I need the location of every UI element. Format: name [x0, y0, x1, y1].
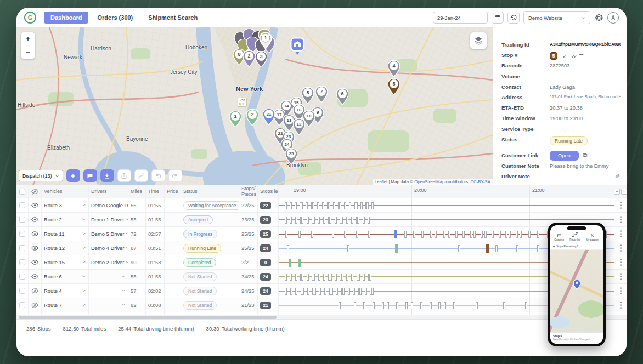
- vehicle-select[interactable]: Route 2: [42, 213, 89, 226]
- status-badge: Waiting for Acceptance: [183, 201, 239, 210]
- map-marker-1[interactable]: 1: [260, 32, 272, 51]
- driver-select[interactable]: [89, 284, 128, 298]
- row-menu-button[interactable]: [614, 241, 627, 255]
- attribution-link[interactable]: OpenStreetMap: [414, 179, 444, 184]
- history-button[interactable]: [507, 12, 520, 24]
- tab-orders[interactable]: Orders (300): [91, 12, 139, 24]
- driver-select[interactable]: Demo 1 Driver: [89, 213, 128, 226]
- eye-icon[interactable]: [31, 230, 38, 237]
- map-marker-5[interactable]: 5: [388, 78, 400, 97]
- vehicle-select[interactable]: Route 15: [42, 255, 89, 269]
- row-checkbox[interactable]: [19, 245, 25, 251]
- eye-icon[interactable]: [31, 259, 38, 266]
- eye-icon[interactable]: [31, 244, 38, 252]
- driver-select[interactable]: Demo 4 Driver: [89, 241, 128, 255]
- row-menu-button[interactable]: [614, 227, 627, 241]
- vehicle-select[interactable]: Route 12: [42, 241, 89, 255]
- site-select[interactable]: Demo Website: [523, 11, 590, 24]
- row-checkbox-cell: [16, 284, 29, 298]
- zoom-in-button[interactable]: +: [21, 32, 35, 46]
- map-marker-8[interactable]: 8: [302, 87, 314, 106]
- svg-text:6: 6: [341, 91, 343, 96]
- tab-dashboard[interactable]: Dashboard: [44, 12, 88, 24]
- map-marker-12[interactable]: 12: [293, 118, 305, 137]
- tab-shipment-search[interactable]: Shipment Search: [142, 12, 204, 24]
- row-checkbox[interactable]: [19, 202, 25, 208]
- date-input[interactable]: 29-Jan-24: [433, 12, 488, 24]
- map-marker-7[interactable]: 7: [315, 86, 328, 105]
- eye-off-icon[interactable]: [31, 287, 38, 294]
- user-avatar[interactable]: A: [607, 12, 619, 24]
- timeline-zoom-in-button[interactable]: +: [621, 189, 627, 195]
- dispatch-select[interactable]: Dispatch (13): [19, 170, 63, 181]
- eye-icon[interactable]: [31, 202, 38, 209]
- stop-tick: [335, 217, 337, 224]
- driver-select[interactable]: [89, 270, 128, 283]
- list-icon[interactable]: ☰: [579, 53, 584, 59]
- eye-off-icon[interactable]: [31, 302, 38, 309]
- map-marker-21[interactable]: 21: [263, 109, 275, 127]
- attribution-link[interactable]: Leaflet: [375, 179, 387, 184]
- driver-select[interactable]: Demo 2 Driver: [89, 255, 128, 269]
- stop-tick: [404, 231, 407, 238]
- phone-nav-my-account[interactable]: My account: [586, 233, 599, 241]
- timeline-zoom-out-button[interactable]: −: [614, 189, 620, 195]
- phone-stop-sheet[interactable]: Stop 9 New Brooklyn KitchenChanged: [550, 332, 603, 344]
- double-check-icon[interactable]: ✓✓: [571, 53, 575, 59]
- calendar-button[interactable]: [492, 12, 504, 24]
- copy-icon[interactable]: ⧉: [583, 152, 588, 158]
- row-checkbox[interactable]: [19, 302, 25, 308]
- vehicle-select[interactable]: Route 3: [42, 198, 89, 212]
- map-marker-6[interactable]: 6: [336, 88, 348, 107]
- row-checkbox[interactable]: [19, 274, 25, 280]
- attribution-link[interactable]: CC-BY-SA: [470, 179, 490, 184]
- add-button[interactable]: [66, 169, 80, 182]
- stop-tick: [295, 288, 297, 295]
- map-marker-3[interactable]: 3: [255, 51, 267, 70]
- horizontal-scrollbar[interactable]: [16, 315, 627, 319]
- map-marker-4[interactable]: 4: [388, 60, 400, 79]
- timeline-cell[interactable]: [279, 198, 614, 212]
- driver-select[interactable]: Demo 5 Driver: [89, 227, 128, 241]
- message-button[interactable]: [83, 169, 97, 182]
- vehicle-select[interactable]: Route 6: [42, 270, 89, 283]
- edit-pencil-icon[interactable]: ✎: [614, 173, 620, 180]
- map-canvas[interactable]: HarrisonNewarkHobokenJersey CityNew York…: [16, 27, 493, 185]
- phone-nav-route-list[interactable]: Route list: [569, 231, 580, 241]
- row-checkbox[interactable]: [19, 288, 25, 294]
- row-menu-button[interactable]: [614, 298, 627, 312]
- vehicle-select[interactable]: Route 4: [42, 284, 89, 298]
- row-checkbox[interactable]: [19, 217, 25, 223]
- select-all-checkbox[interactable]: [19, 189, 25, 195]
- map-marker-1[interactable]: 1: [229, 111, 241, 129]
- map-marker-2[interactable]: 2: [246, 109, 258, 128]
- layers-button[interactable]: [470, 32, 487, 49]
- map-marker-25[interactable]: 25: [285, 148, 297, 167]
- depot-marker[interactable]: [290, 37, 304, 57]
- row-menu-button[interactable]: [614, 284, 627, 298]
- header-checkbox[interactable]: [16, 185, 29, 198]
- vehicle-select[interactable]: Route 11: [42, 227, 89, 241]
- import-button[interactable]: [100, 169, 114, 182]
- row-checkbox[interactable]: [19, 259, 25, 265]
- eye-icon[interactable]: [31, 216, 38, 223]
- stop-action-icons[interactable]: ✓✓✓ ☰: [562, 53, 584, 59]
- open-link-button[interactable]: Open: [550, 151, 579, 161]
- driver-select[interactable]: [89, 298, 128, 312]
- row-menu-button[interactable]: [614, 270, 627, 283]
- eye-icon[interactable]: [31, 273, 38, 280]
- settings-gear-icon[interactable]: [594, 13, 603, 22]
- vehicle-select[interactable]: Route 7: [42, 298, 89, 312]
- status-dot-icon: [553, 246, 555, 247]
- zoom-out-button[interactable]: −: [21, 46, 35, 59]
- phone-nav-ongoing[interactable]: Ongoing: [554, 233, 563, 241]
- row-menu-button[interactable]: [614, 213, 627, 226]
- row-menu-button[interactable]: [614, 198, 627, 212]
- map-marker-2[interactable]: 2: [243, 50, 255, 69]
- driver-select[interactable]: Demo Google Dr: [89, 198, 128, 212]
- app-logo-icon[interactable]: G: [24, 12, 36, 24]
- row-menu-button[interactable]: [614, 255, 627, 269]
- check-icon[interactable]: ✓: [562, 53, 567, 59]
- scrollbar-thumb[interactable]: [19, 316, 277, 318]
- row-checkbox[interactable]: [19, 231, 25, 237]
